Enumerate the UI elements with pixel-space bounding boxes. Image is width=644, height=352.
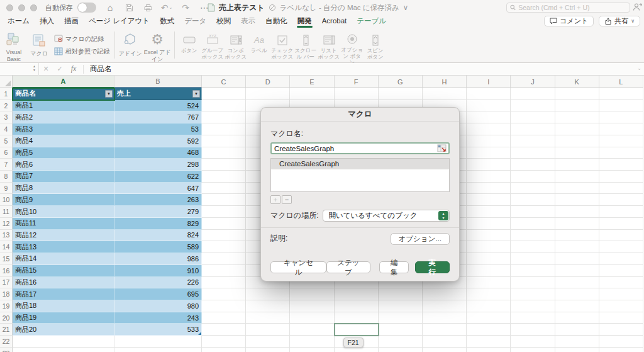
grid-cell[interactable] bbox=[202, 159, 246, 171]
grid-cell[interactable] bbox=[467, 312, 511, 324]
row-header-7[interactable]: 7 bbox=[0, 159, 13, 171]
grid-cell[interactable] bbox=[555, 300, 599, 312]
grid-cell[interactable] bbox=[599, 88, 643, 100]
grid-cell[interactable] bbox=[555, 123, 599, 135]
grid-cell[interactable] bbox=[379, 348, 423, 352]
grid-cell[interactable]: 商品19 bbox=[13, 312, 114, 324]
grid-cell[interactable] bbox=[423, 300, 467, 312]
macro-list[interactable]: CreateSalesGraph bbox=[270, 158, 450, 192]
row-header-16[interactable]: 16 bbox=[0, 265, 13, 277]
grid-cell[interactable]: 商品3 bbox=[13, 123, 114, 135]
save-icon[interactable] bbox=[124, 3, 134, 13]
grid-cell[interactable] bbox=[335, 312, 379, 324]
grid-cell[interactable] bbox=[599, 300, 643, 312]
column-header-J[interactable]: J bbox=[511, 76, 555, 88]
tab-開発[interactable]: 開発 bbox=[292, 15, 317, 28]
grid-cell[interactable] bbox=[202, 218, 246, 230]
step-button[interactable]: ステップ bbox=[326, 261, 370, 273]
zoom-window-icon[interactable] bbox=[30, 4, 37, 11]
grid-cell[interactable] bbox=[555, 135, 599, 147]
grid-cell[interactable] bbox=[555, 241, 599, 253]
grid-cell[interactable] bbox=[555, 312, 599, 324]
collapse-formula-bar-icon[interactable]: ⌄ bbox=[637, 65, 641, 71]
tab-校閲[interactable]: 校閲 bbox=[211, 15, 236, 28]
grid-cell[interactable]: 986 bbox=[114, 253, 202, 265]
grid-cell[interactable] bbox=[202, 88, 246, 100]
grid-cell[interactable]: 695 bbox=[114, 288, 202, 300]
remove-macro-button[interactable]: − bbox=[282, 195, 292, 204]
grid-cell[interactable]: 商品10 bbox=[13, 206, 114, 218]
autosave-toggle[interactable] bbox=[77, 3, 96, 13]
grid-cell[interactable] bbox=[555, 111, 599, 123]
grid-cell[interactable] bbox=[467, 88, 511, 100]
grid-cell[interactable]: 商品6 bbox=[13, 159, 114, 171]
grid-cell[interactable] bbox=[599, 230, 643, 242]
grid-cell[interactable] bbox=[202, 147, 246, 159]
table-resize-handle[interactable] bbox=[198, 332, 201, 335]
grid-cell[interactable]: 商品15 bbox=[13, 265, 114, 277]
grid-cell[interactable] bbox=[467, 230, 511, 242]
control-ボタン[interactable]: ボタン bbox=[177, 28, 201, 62]
row-header-12[interactable]: 12 bbox=[0, 218, 13, 230]
grid-cell[interactable] bbox=[511, 147, 555, 159]
grid-cell[interactable] bbox=[423, 336, 467, 348]
grid-cell[interactable] bbox=[246, 300, 290, 312]
grid-cell[interactable] bbox=[379, 300, 423, 312]
grid-cell[interactable] bbox=[511, 135, 555, 147]
confirm-entry-icon[interactable]: ✓ bbox=[53, 65, 67, 73]
grid-cell[interactable] bbox=[467, 253, 511, 265]
control-グループ ボックス[interactable]: XYZグループ ボックス bbox=[201, 28, 224, 62]
grid-cell[interactable] bbox=[511, 159, 555, 171]
grid-cell[interactable] bbox=[599, 312, 643, 324]
grid-cell[interactable] bbox=[290, 348, 334, 352]
grid-cell[interactable] bbox=[511, 265, 555, 277]
search-box[interactable] bbox=[506, 3, 630, 13]
grid-cell[interactable] bbox=[246, 288, 290, 300]
grid-cell[interactable] bbox=[467, 206, 511, 218]
grid-cell[interactable] bbox=[202, 277, 246, 289]
row-header-8[interactable]: 8 bbox=[0, 171, 13, 183]
macro-list-item[interactable]: CreateSalesGraph bbox=[271, 159, 449, 169]
select-all-corner[interactable] bbox=[0, 76, 13, 88]
options-button[interactable]: オプション... bbox=[391, 233, 450, 245]
grid-cell[interactable] bbox=[202, 123, 246, 135]
grid-cell[interactable] bbox=[379, 312, 423, 324]
grid-cell[interactable] bbox=[555, 348, 599, 352]
grid-cell[interactable] bbox=[246, 88, 290, 100]
grid-cell[interactable] bbox=[467, 348, 511, 352]
grid-cell[interactable] bbox=[202, 194, 246, 206]
grid-cell[interactable] bbox=[467, 159, 511, 171]
macro-location-dropdown[interactable]: 開いているすべてのブック ▲▼ bbox=[323, 210, 450, 222]
grid-cell[interactable] bbox=[555, 288, 599, 300]
control-スクロール バー[interactable]: スクロール バー bbox=[294, 28, 317, 62]
grid-cell[interactable] bbox=[379, 324, 423, 336]
row-header-5[interactable]: 5 bbox=[0, 135, 13, 147]
grid-cell[interactable] bbox=[290, 336, 334, 348]
grid-cell[interactable]: 980 bbox=[114, 300, 202, 312]
grid-cell[interactable] bbox=[202, 230, 246, 242]
minimize-window-icon[interactable] bbox=[18, 4, 25, 11]
grid-cell[interactable] bbox=[467, 123, 511, 135]
grid-cell[interactable] bbox=[511, 183, 555, 195]
grid-cell[interactable] bbox=[555, 265, 599, 277]
grid-cell[interactable] bbox=[290, 288, 334, 300]
tab-テーブル[interactable]: テーブル bbox=[352, 15, 391, 28]
row-header-9[interactable]: 9 bbox=[0, 183, 13, 195]
grid-cell[interactable] bbox=[467, 183, 511, 195]
grid-cell[interactable] bbox=[511, 123, 555, 135]
tab-ページ レイアウト[interactable]: ページ レイアウト bbox=[84, 15, 155, 28]
grid-cell[interactable]: 226 bbox=[114, 277, 202, 289]
grid-cell[interactable]: 524 bbox=[114, 100, 202, 112]
grid-cell[interactable] bbox=[467, 171, 511, 183]
control-オプション ボタン[interactable]: オプション ボタン bbox=[340, 28, 364, 62]
row-header-15[interactable]: 15 bbox=[0, 253, 13, 265]
grid-cell[interactable] bbox=[202, 111, 246, 123]
grid-cell[interactable] bbox=[379, 88, 423, 100]
column-header-B[interactable]: B bbox=[114, 76, 202, 88]
chevron-down-icon[interactable]: ∨ bbox=[403, 3, 408, 12]
grid-cell[interactable] bbox=[599, 135, 643, 147]
column-header-H[interactable]: H bbox=[423, 76, 467, 88]
grid-cell[interactable] bbox=[555, 100, 599, 112]
tab-描画[interactable]: 描画 bbox=[59, 15, 84, 28]
grid-cell[interactable] bbox=[511, 312, 555, 324]
